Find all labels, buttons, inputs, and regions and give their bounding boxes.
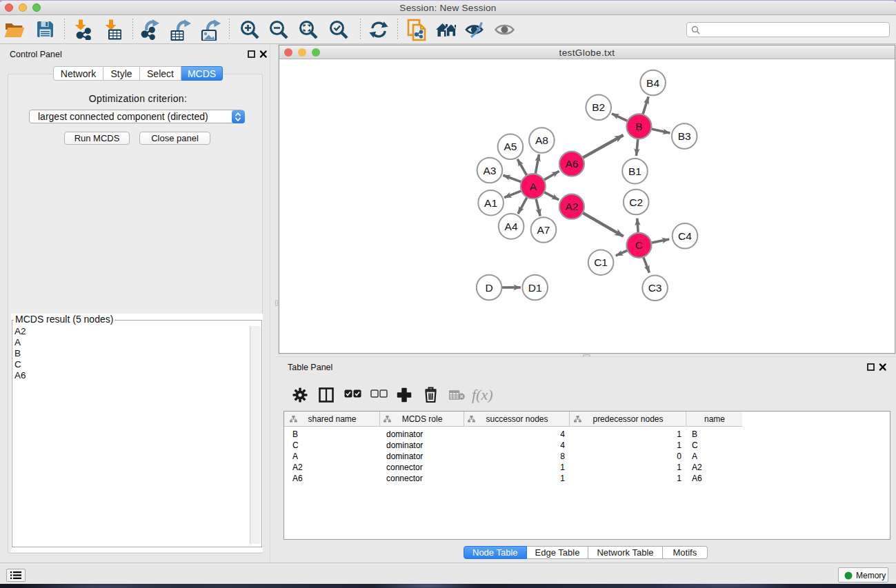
svg-text:A6: A6	[565, 158, 578, 170]
svg-text:B1: B1	[628, 165, 641, 177]
svg-text:C2: C2	[629, 196, 643, 208]
svg-text:C4: C4	[678, 230, 692, 242]
svg-text:A2: A2	[565, 201, 578, 212]
svg-text:C3: C3	[648, 282, 662, 294]
svg-text:A1: A1	[484, 197, 497, 209]
svg-text:C: C	[635, 239, 643, 251]
svg-text:B4: B4	[646, 77, 659, 89]
svg-text:D: D	[485, 282, 492, 294]
svg-text:A4: A4	[505, 221, 518, 232]
svg-text:B2: B2	[592, 101, 605, 113]
svg-text:A8: A8	[535, 134, 548, 146]
svg-text:A5: A5	[504, 141, 517, 152]
svg-text:B: B	[635, 121, 642, 132]
svg-text:D1: D1	[528, 282, 542, 294]
svg-text:A: A	[530, 181, 537, 192]
svg-text:C1: C1	[594, 256, 608, 268]
svg-text:A7: A7	[537, 224, 550, 236]
svg-text:A3: A3	[483, 165, 496, 176]
svg-text:B3: B3	[678, 130, 691, 142]
